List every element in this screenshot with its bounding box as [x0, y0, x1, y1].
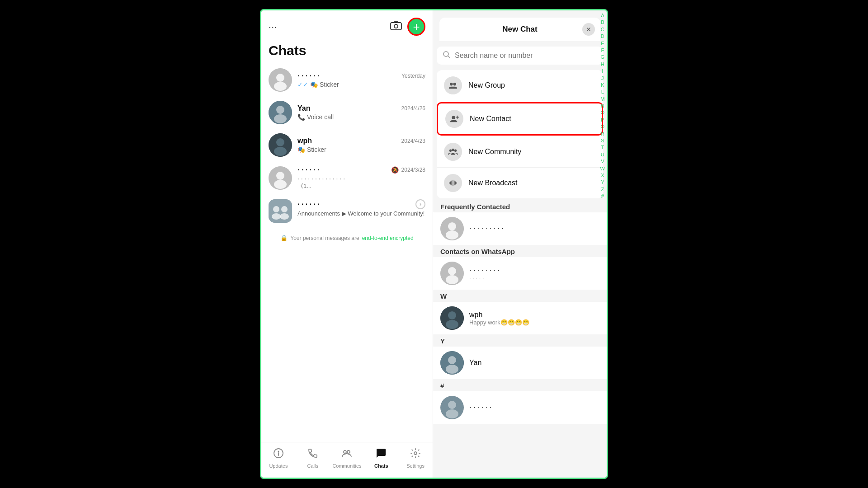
community-avatar — [269, 199, 292, 223]
contact-item-hash[interactable]: · · · · · · — [433, 391, 607, 424]
new-community-menu-item[interactable]: New Community — [437, 136, 603, 168]
contact-info: Yan — [469, 359, 599, 367]
contact-name: Yan — [469, 359, 599, 367]
svg-point-24 — [414, 452, 417, 455]
svg-line-26 — [448, 56, 450, 58]
section-y: Y — [433, 334, 607, 347]
new-contact-menu-item[interactable]: New Contact — [437, 102, 603, 136]
community-content: · · · · · · › Announcements ▶ Welcome to… — [297, 199, 425, 217]
chat-preview: · · · · · · · · · · · · · · — [297, 175, 425, 182]
camera-icon[interactable] — [390, 20, 402, 33]
nav-label-communities: Communities — [332, 463, 361, 469]
chat-content: · · · · · · Yesterday ✓✓ 🎭 Sticker — [297, 72, 425, 88]
new-broadcast-menu-item[interactable]: New Broadcast — [437, 168, 603, 198]
svg-point-13 — [274, 180, 287, 189]
nav-item-communities[interactable]: Communities — [330, 446, 364, 470]
phone-container: ··· + Chats — [260, 9, 608, 479]
svg-point-17 — [272, 213, 281, 220]
chat-name: · · · · · · — [297, 72, 320, 80]
chat-item[interactable]: · · · · · · Yesterday ✓✓ 🎭 Sticker — [261, 64, 433, 96]
encrypted-link[interactable]: end-to-end encrypted — [362, 235, 414, 241]
contact-status: · · · · · — [469, 274, 599, 281]
contact-item-yan[interactable]: Yan — [433, 347, 607, 379]
chat-item[interactable]: wph 2024/4/23 🎭 Sticker — [261, 129, 433, 161]
avatar — [440, 396, 464, 419]
chats-title: Chats — [261, 41, 433, 64]
avatar — [440, 351, 464, 375]
contact-info: wph Happy work😁😁😁😁 — [469, 311, 599, 326]
svg-point-39 — [448, 267, 456, 275]
svg-point-33 — [452, 149, 454, 151]
new-group-icon — [444, 76, 462, 94]
new-community-label: New Community — [468, 148, 521, 156]
close-button[interactable]: ✕ — [582, 23, 595, 36]
svg-point-9 — [276, 138, 284, 146]
nav-label-updates: Updates — [269, 463, 288, 469]
frequently-contacted-header: Frequently Contacted — [433, 200, 607, 212]
new-contact-icon — [445, 110, 463, 128]
community-item[interactable]: · · · · · · › Announcements ▶ Welcome to… — [261, 195, 433, 227]
new-group-menu-item[interactable]: New Group — [437, 70, 603, 101]
chat-name: Yan — [297, 104, 310, 113]
avatar — [440, 217, 464, 240]
nav-label-calls: Calls — [307, 463, 318, 469]
svg-point-42 — [448, 311, 456, 319]
chat-item[interactable]: · · · · · · 🔕 2024/3/28 · · · · · · · · … — [261, 161, 433, 195]
chat-preview: 🎭 Sticker — [297, 146, 425, 153]
frequently-contacted-item[interactable]: · · · · · · · · · — [433, 212, 607, 245]
svg-point-37 — [446, 230, 458, 239]
svg-point-48 — [448, 401, 456, 409]
chat-preview: 📞 Voice call — [297, 113, 425, 121]
svg-point-45 — [448, 356, 456, 364]
encrypted-text: Your personal messages are — [290, 235, 359, 241]
nav-label-chats: Chats — [374, 463, 388, 469]
contact-item-unknown[interactable]: · · · · · · · · · · · · · — [433, 257, 607, 290]
header-bar: ··· + — [261, 10, 433, 41]
expand-icon[interactable]: › — [415, 199, 425, 209]
new-chat-fab-button[interactable]: + — [407, 18, 425, 36]
nav-item-calls[interactable]: Calls — [296, 446, 330, 470]
new-broadcast-icon — [444, 174, 462, 192]
settings-icon — [410, 448, 421, 461]
community-preview: Announcements ▶ Welcome to your Communit… — [297, 210, 425, 217]
chat-name: · · · · · · — [297, 166, 320, 174]
nav-item-updates[interactable]: Updates — [261, 446, 296, 470]
avatar — [269, 166, 292, 190]
avatar — [440, 262, 464, 285]
more-options-button[interactable]: ··· — [269, 22, 278, 32]
svg-point-43 — [446, 320, 458, 329]
chat-list: · · · · · · Yesterday ✓✓ 🎭 Sticker — [261, 64, 433, 442]
chat-content: · · · · · · 🔕 2024/3/28 · · · · · · · · … — [297, 166, 425, 190]
chat-time: Yesterday — [401, 73, 425, 79]
svg-point-32 — [449, 150, 452, 152]
chat-content: Yan 2024/4/26 📞 Voice call — [297, 104, 425, 121]
svg-point-3 — [276, 74, 284, 82]
svg-point-15 — [273, 206, 279, 212]
new-group-label: New Group — [468, 81, 505, 89]
left-panel: ··· + Chats — [261, 10, 433, 478]
chat-preview: ✓✓ 🎭 Sticker — [297, 81, 425, 88]
svg-point-40 — [446, 275, 458, 284]
chat-extra-preview: 《1... — [297, 182, 425, 190]
svg-point-28 — [453, 83, 456, 85]
svg-point-12 — [276, 172, 284, 180]
nav-item-chats[interactable]: Chats — [364, 446, 398, 470]
svg-point-49 — [446, 409, 458, 418]
nav-item-settings[interactable]: Settings — [398, 446, 433, 470]
updates-icon — [273, 448, 284, 461]
svg-point-46 — [446, 365, 458, 374]
chat-item[interactable]: Yan 2024/4/26 📞 Voice call — [261, 96, 433, 129]
bottom-nav: Updates Calls — [261, 442, 433, 478]
encrypted-message: 🔒 Your personal messages are end-to-end … — [261, 227, 433, 249]
svg-point-34 — [454, 150, 457, 152]
svg-point-36 — [448, 222, 456, 230]
search-icon — [443, 51, 450, 60]
svg-rect-0 — [391, 23, 401, 30]
search-input[interactable] — [455, 52, 597, 60]
svg-point-23 — [347, 450, 350, 453]
contact-item-wph[interactable]: wph Happy work😁😁😁😁 — [433, 302, 607, 334]
chat-name: wph — [297, 137, 312, 145]
avatar — [269, 133, 292, 157]
chat-time: 2024/4/23 — [401, 138, 425, 144]
contact-info: · · · · · · · · · · · · · — [469, 266, 599, 281]
